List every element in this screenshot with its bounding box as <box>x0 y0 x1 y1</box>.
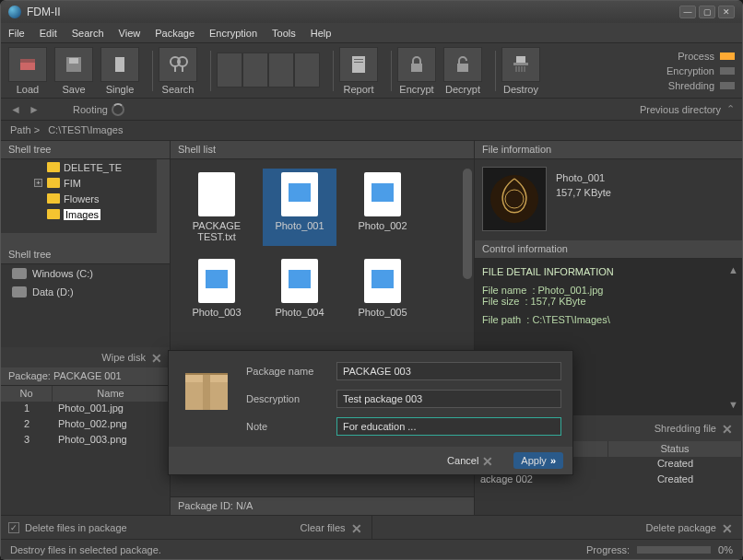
table-header: No Name <box>1 386 170 402</box>
col-status[interactable]: Status <box>608 441 742 457</box>
menu-encryption[interactable]: Encryption <box>209 28 257 39</box>
image-file-icon <box>364 172 401 216</box>
pkg-name-input[interactable] <box>336 362 561 380</box>
close-icon[interactable]: ✕ <box>151 351 164 364</box>
desc-label: Descryption <box>246 393 329 404</box>
svg-rect-14 <box>513 63 528 65</box>
svg-rect-12 <box>411 64 422 72</box>
toolbar-save[interactable]: Save <box>54 47 93 95</box>
folder-icon <box>47 209 60 219</box>
menu-package[interactable]: Package <box>155 28 195 39</box>
menu-search[interactable]: Search <box>72 28 104 39</box>
drive-item[interactable]: Windows (C:) <box>1 264 170 283</box>
folder-icon <box>217 52 242 88</box>
status-message: Destroy files in selected package. <box>10 544 161 555</box>
tree-item-selected[interactable]: Images <box>1 206 170 222</box>
scrollbar-vertical[interactable] <box>463 169 472 279</box>
toolbar-sub-1[interactable] <box>217 52 242 89</box>
tree-item[interactable]: +FIM <box>1 175 170 191</box>
toolbar-sub-3[interactable] <box>268 52 294 89</box>
toolbar-report[interactable]: Report <box>339 47 378 95</box>
image-file-icon <box>364 259 401 303</box>
scroll-down-icon[interactable]: ▼ <box>728 399 738 410</box>
cancel-button[interactable]: Cancel ✕ <box>440 451 502 470</box>
scroll-up-icon[interactable]: ▲ <box>728 264 738 275</box>
drive-icon <box>12 286 27 298</box>
drive-item[interactable]: Data (D:) <box>1 283 170 301</box>
scrollbar-vertical[interactable] <box>157 159 170 233</box>
menu-edit[interactable]: Edit <box>40 28 57 39</box>
maximize-button[interactable]: ▢ <box>699 6 715 18</box>
toolbar-single[interactable]: Single <box>100 47 139 95</box>
separator <box>152 51 153 91</box>
file-item[interactable]: Photo_004 <box>263 255 336 321</box>
clear-files-button[interactable]: Clear files <box>301 522 346 533</box>
shell-tree[interactable]: DELETE_TE +FIM Flowers Images <box>1 159 170 246</box>
package-dialog: Package name Descryption Note Cancel ✕ A <box>168 350 573 475</box>
shredder-icon <box>501 47 540 82</box>
file-item[interactable]: Photo_003 <box>180 255 254 321</box>
desc-input[interactable] <box>336 390 561 408</box>
table-row[interactable]: 3Photo_003.png <box>1 433 170 449</box>
image-file-icon <box>281 172 318 216</box>
close-button[interactable]: ✕ <box>718 6 735 18</box>
toolbar-load[interactable]: Load <box>8 47 47 95</box>
separator <box>210 51 211 91</box>
col-no[interactable]: No <box>1 386 53 402</box>
nav-forward-button[interactable]: ► <box>27 102 41 117</box>
chevron-up-icon[interactable]: ⌃ <box>726 103 735 115</box>
menu-help[interactable]: Help <box>311 28 332 39</box>
drive-panel: Windows (C:) Data (D:) <box>1 264 170 347</box>
toolbar-search[interactable]: Search <box>159 47 197 95</box>
shredding-file-button[interactable]: Shredding file <box>655 423 716 434</box>
close-icon[interactable]: ✕ <box>722 521 735 534</box>
toolbar-decrypt[interactable]: Decrypt <box>443 47 482 95</box>
minimize-button[interactable]: — <box>679 6 696 18</box>
menu-file[interactable]: File <box>8 28 25 39</box>
expand-icon[interactable]: + <box>34 179 42 187</box>
svg-rect-3 <box>69 58 78 64</box>
toolbar-group-misc <box>217 52 320 89</box>
status-encryption-label: Encryption <box>666 65 714 76</box>
file-item[interactable]: Photo_002 <box>346 169 419 246</box>
toolbar-destroy[interactable]: Destroy <box>501 47 540 95</box>
table-row[interactable]: 1Photo_001.jpg <box>1 402 170 417</box>
delete-files-checkbox[interactable]: ✓ <box>8 522 19 533</box>
scrollbar-horizontal[interactable] <box>1 233 170 246</box>
toolbar-encrypt[interactable]: Encrypt <box>397 47 436 95</box>
package-id-bar: Package ID: N/A <box>171 496 474 515</box>
file-info-panel: Photo_001 157,7 KByte <box>475 159 742 240</box>
col-name[interactable]: Name <box>53 386 170 402</box>
rooting-label[interactable]: Rooting <box>73 104 108 115</box>
apply-button[interactable]: Apply » <box>513 452 563 469</box>
nav-back-button[interactable]: ◄ <box>8 102 23 117</box>
form-row: Descryption <box>246 390 561 408</box>
svg-rect-25 <box>185 373 228 375</box>
menubar: File Edit Search View Package Encryption… <box>1 23 742 43</box>
ctrl-filesize: File size : 157,7 KByte <box>482 296 735 307</box>
folder-open-icon <box>242 52 268 88</box>
toolbar-sub-4[interactable] <box>294 52 320 89</box>
svg-rect-13 <box>457 64 468 72</box>
tree-item[interactable]: Flowers <box>1 191 170 206</box>
wipe-disk-button[interactable]: Wipe disk <box>101 352 146 363</box>
close-icon[interactable]: ✕ <box>722 422 735 435</box>
folder-icon <box>47 178 60 188</box>
file-item-selected[interactable]: Photo_001 <box>263 169 336 246</box>
bottom-right-bar: Delete package ✕ <box>372 515 743 539</box>
bottom-left-bar: ✓ Delete files in package Clear files ✕ <box>1 515 372 539</box>
delete-package-button[interactable]: Delete package <box>646 522 716 533</box>
tree-item[interactable]: DELETE_TE <box>1 159 170 175</box>
package-box-icon <box>180 362 233 415</box>
toolbar-sub-2[interactable] <box>242 52 268 89</box>
file-item[interactable]: Photo_005 <box>346 255 419 321</box>
prev-dir-button[interactable]: Previous directory <box>640 104 721 115</box>
drive-icon <box>12 268 27 279</box>
menu-view[interactable]: View <box>119 28 141 39</box>
file-item[interactable]: PACKAGE TEST.txt <box>180 169 254 246</box>
lock-closed-icon <box>397 47 436 82</box>
note-input[interactable] <box>336 417 561 436</box>
menu-tools[interactable]: Tools <box>272 28 296 39</box>
close-icon[interactable]: ✕ <box>351 521 364 534</box>
table-row[interactable]: 2Photo_002.png <box>1 417 170 433</box>
